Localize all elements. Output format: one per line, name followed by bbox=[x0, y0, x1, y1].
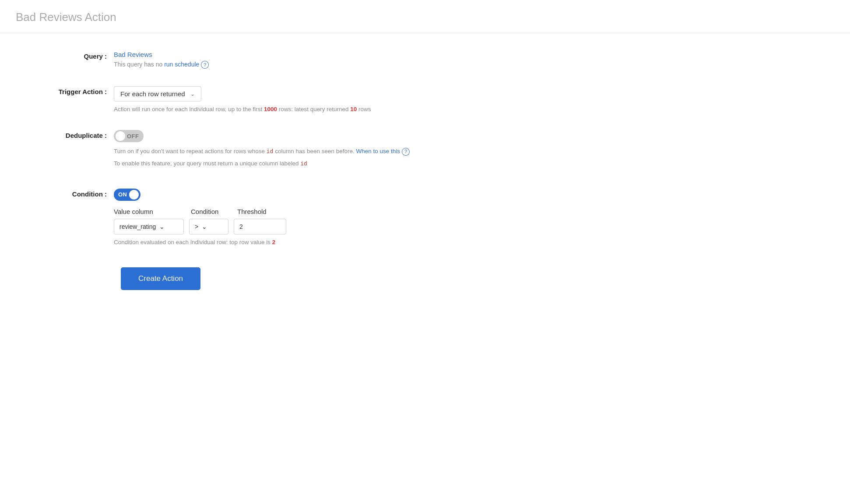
trigger-dropdown[interactable]: For each row returned ⌄ bbox=[114, 86, 201, 102]
condition-note-value: 2 bbox=[272, 239, 276, 245]
page-title: Bad Reviews Action bbox=[16, 10, 834, 24]
condition-toggle-wrapper: ON bbox=[114, 189, 587, 201]
condition-note: Condition evaluated on each individual r… bbox=[114, 239, 587, 245]
condition-operator-value: > bbox=[195, 223, 198, 230]
trigger-max-rows: 1000 bbox=[264, 106, 277, 112]
query-label: Query : bbox=[26, 51, 114, 60]
create-action-button[interactable]: Create Action bbox=[121, 267, 200, 290]
deduplicate-toggle[interactable]: OFF bbox=[114, 130, 144, 142]
condition-note-prefix: Condition evaluated on each individual r… bbox=[114, 239, 272, 245]
query-subtitle-prefix: This query has no bbox=[114, 61, 164, 68]
condition-content: ON Value column Condition Threshold revi… bbox=[114, 189, 587, 245]
toggle-off-label: OFF bbox=[127, 133, 139, 140]
dedup-help-icon[interactable]: ? bbox=[402, 148, 410, 156]
deduplicate-row: Deduplicate : OFF Turn on if you don't w… bbox=[26, 130, 587, 171]
when-to-use-link[interactable]: When to use this bbox=[356, 148, 400, 154]
value-column-dropdown[interactable]: review_rating ⌄ bbox=[114, 219, 184, 234]
dedup-desc2-prefix: To enable this feature, your query must … bbox=[114, 160, 300, 167]
dedup-id-code2: id bbox=[300, 160, 307, 167]
condition-field-label: Condition bbox=[191, 208, 230, 215]
trigger-desc-suffix: rows bbox=[357, 106, 371, 112]
deduplicate-desc1: Turn on if you don't want to repeat acti… bbox=[114, 147, 587, 156]
threshold-label: Threshold bbox=[237, 208, 267, 215]
query-row: Query : Bad Reviews This query has no ru… bbox=[26, 51, 587, 69]
dedup-id-code1: id bbox=[267, 148, 274, 154]
operator-chevron: ⌄ bbox=[202, 223, 207, 230]
deduplicate-toggle-wrapper: OFF bbox=[114, 130, 587, 142]
query-content: Bad Reviews This query has no run schedu… bbox=[114, 51, 587, 69]
trigger-label: Trigger Action : bbox=[26, 86, 114, 95]
toggle-circle bbox=[116, 131, 125, 141]
condition-fields: Value column Condition Threshold review_… bbox=[114, 208, 587, 245]
toggle-on-label: ON bbox=[118, 191, 127, 198]
run-schedule-link[interactable]: run schedule bbox=[164, 61, 199, 68]
deduplicate-content: OFF Turn on if you don't want to repeat … bbox=[114, 130, 587, 171]
trigger-dropdown-value: For each row returned bbox=[120, 90, 185, 98]
condition-row: Condition : ON Value column Condition Th… bbox=[26, 189, 587, 245]
deduplicate-desc2: To enable this feature, your query must … bbox=[114, 159, 587, 168]
trigger-desc-middle: rows: latest query returned bbox=[277, 106, 350, 112]
condition-label: Condition : bbox=[26, 189, 114, 198]
dedup-desc1-prefix: Turn on if you don't want to repeat acti… bbox=[114, 148, 267, 154]
value-column-value: review_rating bbox=[119, 223, 156, 230]
query-subtitle: This query has no run schedule? bbox=[114, 61, 587, 69]
trigger-returned-rows: 10 bbox=[350, 106, 357, 112]
dedup-desc1-middle: column has been seen before. bbox=[273, 148, 356, 154]
value-column-chevron: ⌄ bbox=[159, 223, 165, 230]
condition-field-labels: Value column Condition Threshold bbox=[114, 208, 587, 215]
help-icon[interactable]: ? bbox=[201, 61, 209, 69]
deduplicate-label: Deduplicate : bbox=[26, 130, 114, 139]
chevron-down-icon: ⌄ bbox=[190, 91, 195, 97]
condition-operator-dropdown[interactable]: > ⌄ bbox=[189, 219, 228, 234]
trigger-desc-prefix: Action will run once for each individual… bbox=[114, 106, 264, 112]
main-content: Query : Bad Reviews This query has no ru… bbox=[0, 33, 613, 308]
trigger-content: For each row returned ⌄ Action will run … bbox=[114, 86, 587, 112]
create-action-row: Create Action bbox=[26, 263, 587, 290]
trigger-action-row: Trigger Action : For each row returned ⌄… bbox=[26, 86, 587, 112]
trigger-description: Action will run once for each individual… bbox=[114, 106, 587, 112]
page-header: Bad Reviews Action bbox=[0, 0, 850, 33]
value-column-label: Value column bbox=[114, 208, 184, 215]
threshold-input[interactable] bbox=[234, 219, 286, 234]
query-link[interactable]: Bad Reviews bbox=[114, 51, 152, 58]
toggle-on-circle bbox=[129, 190, 139, 200]
condition-toggle[interactable]: ON bbox=[114, 189, 140, 201]
condition-inputs: review_rating ⌄ > ⌄ bbox=[114, 219, 587, 234]
